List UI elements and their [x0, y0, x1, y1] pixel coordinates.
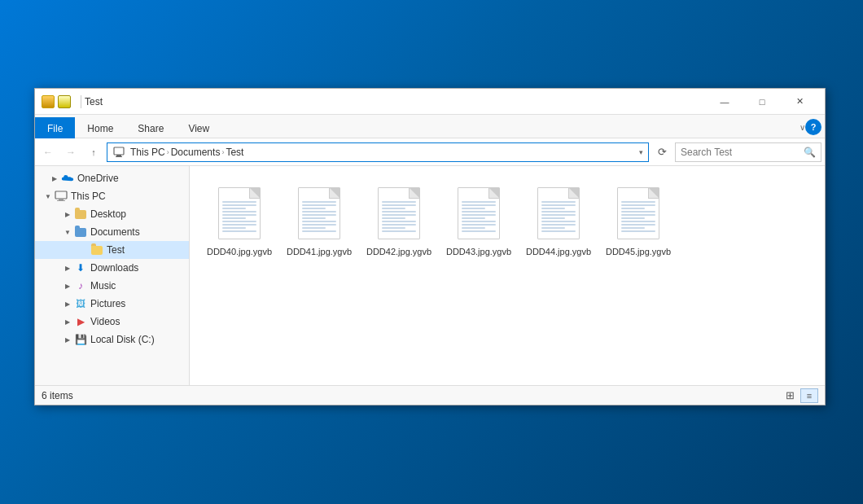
search-box: 🔍	[675, 142, 821, 162]
search-input[interactable]	[681, 147, 804, 158]
file-name: DDD42.jpg.ygvb	[366, 246, 432, 257]
window-title: Test	[85, 96, 706, 107]
grid-view-button[interactable]: ⊞	[781, 388, 799, 403]
sidebar-item-pictures[interactable]: ▶ 🖼 Pictures	[35, 295, 189, 313]
sidebar-label-music: Music	[90, 280, 116, 291]
up-button[interactable]: ↑	[84, 142, 103, 162]
generic-file-shape	[218, 187, 261, 239]
generic-file-shape	[378, 187, 420, 239]
file-line	[541, 230, 576, 232]
file-item-file1[interactable]: DDD41.jpg.ygvb	[283, 179, 356, 262]
svg-rect-1	[116, 155, 121, 156]
items-count: 6 items	[42, 390, 781, 401]
tab-home[interactable]: Home	[75, 117, 125, 138]
file-line	[302, 227, 326, 229]
file-icon	[295, 184, 344, 243]
file-item-file2[interactable]: DDD42.jpg.ygvb	[362, 179, 436, 262]
maximize-button[interactable]: □	[743, 89, 781, 115]
sidebar-item-onedrive[interactable]: ▶ OneDrive	[35, 169, 189, 187]
onedrive-icon	[61, 172, 74, 185]
forward-button[interactable]: →	[61, 142, 81, 162]
list-view-button[interactable]: ≡	[800, 388, 818, 403]
file-name: DDD40.jpg.ygvb	[207, 246, 272, 257]
ribbon-help-area: ∨ ?	[799, 116, 821, 138]
file-line	[462, 217, 485, 219]
file-line	[382, 224, 416, 226]
sidebar-item-local-disk[interactable]: ▶ 💾 Local Disk (C:)	[35, 331, 189, 348]
file-line	[382, 204, 416, 206]
file-line	[302, 208, 326, 209]
expand-arrow-videos: ▶	[61, 315, 74, 328]
file-item-file0[interactable]: DDD40.jpg.ygvb	[203, 179, 276, 262]
back-button[interactable]: ←	[38, 142, 58, 162]
minimize-button[interactable]: —	[706, 89, 743, 115]
file-line	[222, 230, 256, 232]
file-line	[382, 217, 405, 219]
sidebar-item-this-pc[interactable]: ▼ This PC	[35, 187, 189, 205]
path-this-pc[interactable]: This PC ›	[130, 147, 169, 158]
file-line	[302, 211, 336, 213]
sidebar-item-test[interactable]: ▶ Test	[35, 241, 189, 259]
generic-file-shape	[458, 187, 500, 239]
file-line	[621, 201, 655, 203]
refresh-button[interactable]: ⟳	[652, 142, 672, 162]
file-line	[621, 214, 655, 216]
tab-file[interactable]: File	[35, 117, 75, 138]
ribbon-tab-bar: File Home Share View ∨ ?	[35, 115, 825, 138]
sidebar-label-pictures: Pictures	[90, 298, 125, 309]
file-line	[621, 217, 645, 219]
ribbon-collapse-button[interactable]: ∨	[799, 123, 805, 132]
address-path[interactable]: This PC › Documents › Test ▾	[107, 142, 649, 162]
sidebar: ▶ OneDrive ▼ This PC ▶ Deskto	[35, 166, 190, 385]
path-documents[interactable]: Documents ›	[171, 147, 225, 158]
file-line	[541, 201, 576, 203]
file-item-file5[interactable]: DDD45.jpg.ygvb	[602, 179, 675, 262]
sidebar-item-videos[interactable]: ▶ ▶ Videos	[35, 313, 189, 331]
path-dropdown-button[interactable]: ▾	[639, 148, 643, 156]
disk-icon: 💾	[74, 333, 87, 346]
file-icon	[454, 184, 503, 243]
file-line	[541, 221, 576, 222]
file-line	[462, 230, 496, 232]
tab-share[interactable]: Share	[125, 117, 176, 138]
sidebar-item-music[interactable]: ▶ ♪ Music	[35, 277, 189, 295]
file-line	[382, 211, 416, 213]
sidebar-item-desktop[interactable]: ▶ Desktop	[35, 205, 189, 223]
file-line	[222, 211, 256, 213]
title-divider	[81, 95, 81, 108]
close-button[interactable]: ✕	[781, 89, 818, 115]
file-item-file3[interactable]: DDD43.jpg.ygvb	[442, 179, 515, 262]
file-line	[541, 224, 576, 226]
file-line	[541, 211, 576, 213]
ribbon: File Home Share View ∨ ?	[35, 115, 825, 138]
file-line	[222, 224, 256, 226]
pc-icon-addr	[112, 146, 125, 159]
videos-icon: ▶	[74, 315, 87, 328]
file-lines	[541, 201, 576, 232]
file-line	[302, 204, 336, 206]
path-test[interactable]: Test	[226, 147, 243, 158]
file-line	[302, 224, 336, 226]
file-line	[222, 227, 246, 229]
sidebar-item-documents[interactable]: ▼ Documents	[35, 223, 189, 241]
pictures-icon: 🖼	[74, 297, 87, 310]
sidebar-item-downloads[interactable]: ▶ ⬇ Downloads	[35, 259, 189, 277]
file-line	[222, 214, 256, 216]
file-name: DDD44.jpg.ygvb	[526, 246, 591, 257]
expand-arrow-documents: ▼	[61, 226, 74, 239]
file-line	[302, 221, 336, 222]
file-item-file4[interactable]: DDD44.jpg.ygvb	[522, 179, 595, 262]
expand-arrow-pictures: ▶	[61, 297, 74, 310]
expand-arrow-this-pc: ▼	[42, 190, 55, 203]
sidebar-label-documents: Documents	[90, 226, 140, 238]
downloads-icon: ⬇	[74, 261, 87, 274]
music-icon: ♪	[74, 279, 87, 292]
tab-view[interactable]: View	[176, 117, 221, 138]
help-button[interactable]: ?	[805, 119, 821, 135]
file-line	[222, 208, 246, 209]
this-pc-icon	[55, 190, 68, 203]
file-line	[541, 204, 576, 206]
file-icon	[534, 184, 583, 243]
expand-arrow-onedrive: ▶	[48, 172, 61, 185]
search-button[interactable]: 🔍	[804, 147, 816, 158]
